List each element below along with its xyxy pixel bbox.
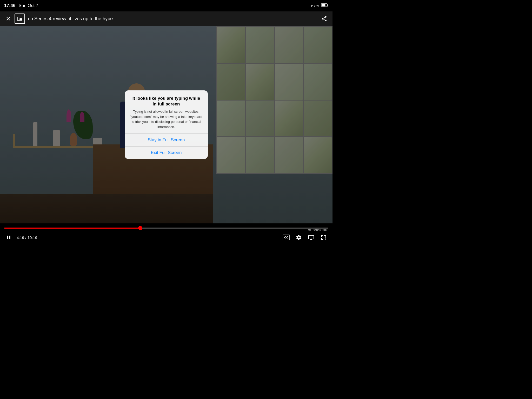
video-area: It looks like you are typing while in fu… [0, 26, 332, 223]
status-date: Sun Oct 7 [18, 3, 38, 8]
controls-row: 4:19 / 10:19 CC [0, 231, 332, 242]
close-button[interactable] [3, 14, 14, 24]
video-title: ch Series 4 review: it lives up to the h… [28, 16, 319, 22]
svg-rect-2 [322, 4, 325, 6]
exit-fullscreen-button[interactable]: Exit Full Screen [125, 147, 208, 159]
progress-bar-container[interactable]: SUBSCRIBE [0, 225, 332, 231]
status-icons: 67% [304, 3, 328, 9]
battery-icon [321, 3, 328, 8]
fullscreen-button[interactable] [319, 233, 328, 242]
dialog-content: It looks like you are typing while in fu… [125, 90, 208, 134]
progress-track[interactable] [4, 228, 328, 229]
pip-button[interactable] [15, 14, 25, 24]
settings-button[interactable] [294, 233, 303, 242]
battery-level: 67% [311, 4, 319, 8]
svg-rect-1 [328, 4, 328, 6]
progress-thumb [138, 226, 142, 230]
wifi-icon [304, 3, 309, 9]
cc-button[interactable]: CC [282, 233, 291, 242]
svg-rect-4 [20, 18, 22, 20]
toolbar: ch Series 4 review: it lives up to the h… [0, 11, 332, 26]
fullscreen-warning-dialog: It looks like you are typing while in fu… [125, 90, 208, 159]
video-controls: SUBSCRIBE 4:19 / 10:19 CC [0, 223, 332, 249]
subscribe-label: SUBSCRIBE [308, 229, 327, 232]
share-button[interactable] [319, 14, 329, 24]
airplay-button[interactable] [307, 233, 316, 242]
dialog-title: It looks like you are typing while in fu… [130, 96, 203, 107]
dialog-message: Typing is not allowed in full screen web… [130, 109, 203, 129]
progress-fill [4, 228, 140, 229]
status-time: 17:46 [4, 3, 15, 8]
pause-button[interactable] [4, 233, 14, 242]
playback-time: 4:19 / 10:19 [17, 235, 37, 240]
stay-fullscreen-button[interactable]: Stay in Full Screen [125, 134, 208, 146]
status-bar: 17:46 Sun Oct 7 67% [0, 0, 332, 11]
svg-text:CC: CC [284, 236, 288, 239]
